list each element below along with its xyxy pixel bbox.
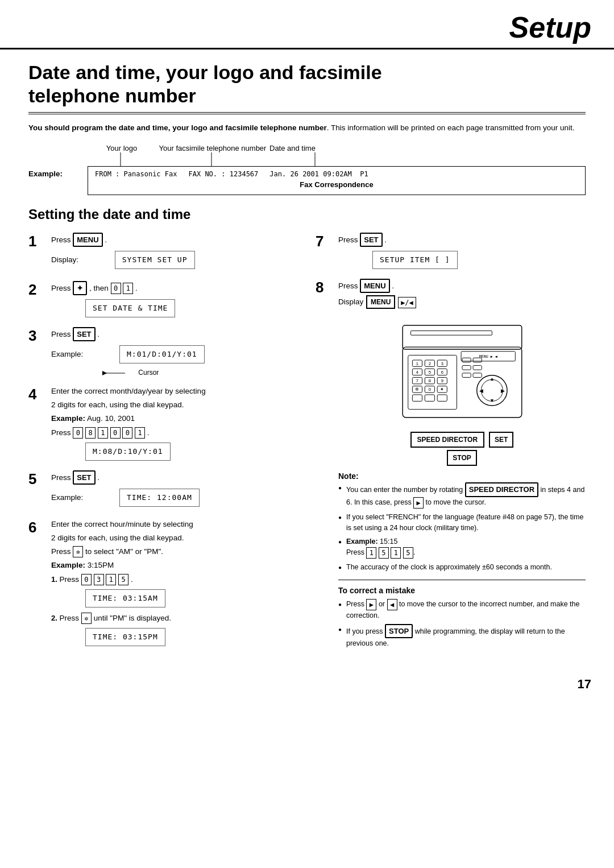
step-7-text: Press SET .	[338, 233, 586, 247]
step-2-content: Press ✦ , then 0 1 . SET DATE & TIME	[51, 281, 298, 319]
step-5-content: Press SET . Example: TIME: 12:00AM	[51, 470, 298, 511]
correct-list: Press ▶ or ◀ to move the cursor to the i…	[338, 599, 586, 649]
label-date-time: Date and time	[269, 144, 355, 152]
page-content: Date and time, your logo and facsimile t…	[0, 49, 614, 671]
step-6-sub1: 1. Press 0 3 1 5 . TIME: 03:15AM	[51, 574, 298, 609]
step-1-text: Press MENU .	[51, 233, 298, 247]
svg-text:1: 1	[416, 361, 418, 366]
step-2-number: 2	[28, 281, 45, 299]
step-6-text1: Enter the correct hour/minute by selecti…	[51, 519, 298, 530]
speed-director-note: SPEED DIRECTOR	[465, 482, 538, 497]
step-6-text3: Press ✲ to select "AM" or "PM".	[51, 546, 298, 557]
stop-label: STOP	[447, 450, 476, 466]
svg-marker-4	[102, 371, 107, 375]
intro-text: You should program the date and time, yo…	[28, 122, 586, 134]
step-7-display-row: SETUP ITEM [ ]	[338, 249, 586, 271]
cursor-label: Cursor	[102, 367, 298, 378]
step-3-number: 3	[28, 327, 45, 345]
key-1-2: 1	[123, 283, 133, 294]
key-0-2: 0	[111, 283, 121, 294]
fax-correspondence: Fax Correspondence	[95, 180, 578, 189]
svg-rect-38	[462, 358, 471, 363]
set-label: SET	[489, 432, 513, 448]
page-title: Date and time, your logo and facsimile t…	[28, 61, 586, 114]
star-key-6b: ✲	[81, 613, 92, 624]
step-1-number: 1	[28, 233, 45, 250]
fax-machine-svg: 1 2 3 4 5 6	[388, 315, 536, 428]
svg-rect-33	[412, 395, 422, 401]
step-1-display-row: Display: SYSTEM SET UP	[51, 249, 298, 271]
svg-rect-42	[462, 373, 471, 378]
step-3-text: Press SET .	[51, 327, 298, 342]
key-0-4c: 0	[122, 427, 132, 439]
set-key-5: SET	[73, 470, 95, 485]
menu-key-1: MENU	[73, 233, 102, 247]
svg-text:▼: ▼	[489, 398, 494, 404]
svg-text:MENU ▶ ◀: MENU ▶ ◀	[479, 355, 497, 359]
step-6-text2: 2 digits for each, using the dial keypad…	[51, 532, 298, 544]
fax-content-inner: FROM : Panasonic Fax FAX NO. : 1234567 J…	[95, 170, 578, 178]
set-key-7: SET	[360, 233, 382, 247]
correct-item-2: If you press STOP while programming, the…	[338, 624, 586, 649]
page-title-line1: Date and time, your logo and facsimile	[28, 61, 382, 83]
step-8-text: Press MENU .	[338, 279, 586, 294]
cursor-arrow-svg	[102, 369, 136, 378]
star-key-6: ✲	[73, 546, 83, 557]
step-2: 2 Press ✦ , then 0 1 . SET DATE & TIME	[28, 281, 298, 319]
fax-machine-illustration: 1 2 3 4 5 6	[338, 315, 586, 466]
step-5-example: Example: TIME: 12:00AM	[51, 487, 298, 509]
menu-display-btn: MENU	[366, 295, 395, 309]
step-4-example-text: Aug. 10, 2001	[87, 414, 135, 423]
fax-from: FROM : Panasonic Fax	[95, 170, 177, 178]
svg-rect-34	[425, 395, 434, 401]
page-header-title: Setup	[509, 10, 591, 44]
step-1-content: Press MENU . Display: SYSTEM SET UP	[51, 233, 298, 273]
step-4-number: 4	[28, 386, 45, 403]
fax-number: FAX NO. : 1234567	[189, 170, 259, 178]
arrow-right-note: ▶	[413, 497, 424, 509]
svg-rect-7	[410, 331, 492, 336]
speed-director-label: SPEED DIRECTOR	[410, 432, 484, 448]
step-6-example: Example: 3:15PM	[51, 560, 298, 571]
set-key-3: SET	[73, 327, 95, 342]
step-2-display-row: SET DATE & TIME	[51, 297, 298, 319]
svg-rect-40	[462, 366, 471, 370]
correct-item-1: Press ▶ or ◀ to move the cursor to the i…	[338, 599, 586, 621]
step-5-display: TIME: 12:00AM	[119, 489, 200, 507]
svg-rect-6	[403, 325, 522, 349]
svg-text:4: 4	[416, 370, 418, 375]
step-6: 6 Enter the correct hour/minute by selec…	[28, 519, 298, 651]
step-7-content: Press SET . SETUP ITEM [ ]	[338, 233, 586, 271]
step-2-text: Press ✦ , then 0 1 .	[51, 281, 298, 296]
step-4-display-row: M:08/D:10/Y:01	[51, 441, 298, 462]
key-0-4a: 0	[73, 427, 83, 439]
arrow-left-correct: ◀	[387, 599, 397, 610]
step-8-number: 8	[316, 279, 333, 296]
stop-btn-row: STOP	[338, 450, 586, 466]
svg-text:7: 7	[416, 378, 418, 383]
step-7-number: 7	[316, 233, 333, 250]
svg-text:✲: ✲	[415, 387, 419, 392]
step-6-content: Enter the correct hour/minute by selecti…	[51, 519, 298, 651]
step-6-number: 6	[28, 519, 45, 536]
step-3-example: Example: M:01/D:01/Y:01	[51, 344, 298, 365]
step-4: 4 Enter the correct month/day/year by se…	[28, 386, 298, 462]
connector-lines	[88, 152, 586, 166]
k5b: 5	[403, 547, 413, 559]
step-3: 3 Press SET . Example: M:01/D:01/Y:01	[28, 327, 298, 378]
note-item-4: The accuracy of the clock is approximate…	[338, 562, 586, 573]
menu-key-8: MENU	[360, 279, 389, 294]
svg-text:✦: ✦	[440, 387, 444, 392]
svg-text:5: 5	[428, 370, 430, 375]
key-0-6a: 0	[81, 574, 92, 585]
key-1-4: 1	[98, 427, 108, 439]
key-1-4b: 1	[135, 427, 145, 439]
step-1-display: SYSTEM SET UP	[115, 251, 195, 269]
svg-text:▶: ▶	[500, 388, 504, 394]
page-title-line2: telephone number	[28, 85, 196, 106]
step-3-display: M:01/D:01/Y:01	[119, 345, 205, 363]
svg-text:◀: ◀	[479, 388, 483, 394]
step-4-content: Enter the correct month/day/year by sele…	[51, 386, 298, 462]
step-6-sub1-display: TIME: 03:15AM	[51, 588, 298, 609]
key-3-6: 3	[94, 574, 104, 585]
